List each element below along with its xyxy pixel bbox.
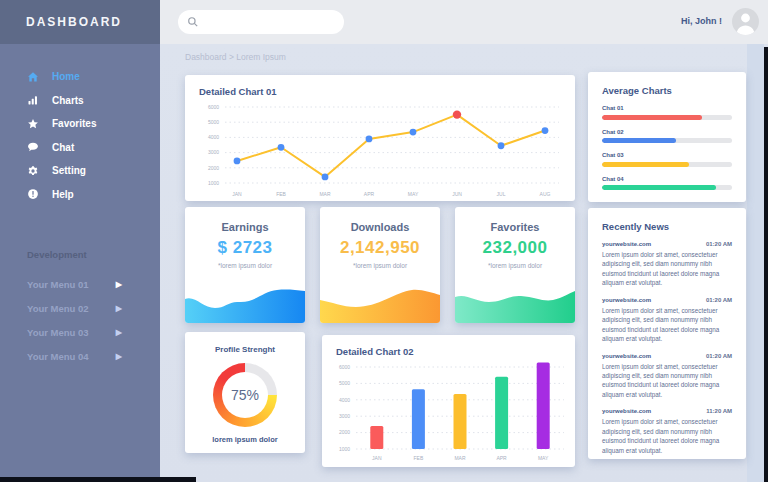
screen-right-edge: [764, 47, 768, 482]
help-icon: [27, 188, 39, 200]
card-title: Detailed Chart 02: [336, 346, 414, 357]
downloads-card: Downloads 2,142,950 *lorem ipsum dolor: [320, 207, 440, 323]
favorites-card: Favorites 232,000 *lorem ipsum dolor: [455, 207, 575, 323]
detailed-chart-02-card: Detailed Chart 02 1000200030004000500060…: [322, 335, 575, 467]
progress-fill: [602, 138, 676, 143]
right-gutter: [747, 44, 764, 482]
progress-row: Chat 04: [602, 176, 732, 191]
stat-title: Earnings: [185, 221, 305, 233]
menu-item-label: Your Menu 03: [27, 327, 89, 338]
progress-row: Chat 03: [602, 152, 732, 167]
svg-text:4000: 4000: [208, 134, 219, 140]
average-charts-card: Average Charts Chat 01 Chat 02 Chat 03 C…: [588, 72, 746, 202]
news-item: yourwebsite.com 01:20 AM Lorem ipsum dol…: [602, 297, 732, 344]
stat-caption: *lorem ipsum dolor: [455, 262, 575, 269]
news-body: Lorem ipsum dolor sit amet, consectetuer…: [602, 250, 732, 288]
search-input[interactable]: [199, 12, 344, 32]
app-title: DASHBOARD: [26, 15, 122, 29]
chevron-right-icon: ▶: [116, 328, 122, 337]
svg-text:MAR: MAR: [454, 455, 466, 461]
news-source-link[interactable]: yourwebsite.com: [602, 353, 651, 359]
gear-icon: [27, 165, 39, 177]
progress-label: Chat 04: [602, 176, 732, 182]
svg-text:5000: 5000: [208, 119, 219, 125]
menu-item-label: Your Menu 01: [27, 279, 89, 290]
svg-text:2000: 2000: [208, 165, 219, 171]
progress-label: Chat 01: [602, 105, 732, 111]
progress-row: Chat 02: [602, 129, 732, 144]
sidebar: DASHBOARD Home Charts Favorites Chat Set…: [0, 0, 160, 477]
sidebar-item-your-menu-03[interactable]: Your Menu 03 ▶: [0, 320, 160, 344]
svg-text:APR: APR: [496, 455, 507, 461]
svg-text:MAR: MAR: [319, 191, 331, 197]
stat-title: Favorites: [455, 221, 575, 233]
star-icon: [27, 118, 39, 130]
progress-fill: [602, 185, 716, 190]
news-source-link[interactable]: yourwebsite.com: [602, 297, 651, 303]
donut-chart: 75%: [213, 363, 277, 427]
news-source-link[interactable]: yourwebsite.com: [602, 408, 651, 414]
menu-item-label: Your Menu 02: [27, 303, 89, 314]
sidebar-item-label: Favorites: [52, 118, 96, 129]
sidebar-item-label: Chat: [52, 142, 74, 153]
sidebar-item-charts[interactable]: Charts: [0, 89, 160, 113]
sidebar-item-your-menu-01[interactable]: Your Menu 01 ▶: [0, 272, 160, 296]
svg-text:5000: 5000: [339, 380, 350, 386]
avatar[interactable]: [732, 8, 759, 35]
area-mini-chart: [320, 285, 440, 323]
news-source-link[interactable]: yourwebsite.com: [602, 241, 651, 247]
sidebar-item-label: Help: [52, 189, 74, 200]
progress-row: Chat 01: [602, 105, 732, 120]
sidebar-item-home[interactable]: Home: [0, 65, 160, 89]
stat-caption: *lorem ipsum dolor: [320, 262, 440, 269]
sidebar-item-help[interactable]: Help: [0, 183, 160, 207]
svg-text:APR: APR: [364, 191, 375, 197]
card-title: Average Charts: [602, 85, 732, 96]
card-title: Profile Strenght: [185, 345, 305, 354]
svg-text:MAY: MAY: [538, 455, 549, 461]
profile-strength-card: Profile Strenght 75% lorem ipsum dolor: [185, 332, 305, 453]
progress-fill: [602, 115, 702, 120]
stat-value: 2,142,950: [320, 238, 440, 258]
svg-text:AUG: AUG: [540, 191, 551, 197]
svg-text:FEB: FEB: [276, 191, 286, 197]
sidebar-item-favorites[interactable]: Favorites: [0, 112, 160, 136]
sidebar-item-label: Charts: [52, 95, 84, 106]
sidebar-item-setting[interactable]: Setting: [0, 159, 160, 183]
chevron-right-icon: ▶: [116, 352, 122, 361]
svg-text:JUL: JUL: [497, 191, 506, 197]
svg-text:6000: 6000: [339, 364, 350, 370]
screen-bottom-edge: [0, 477, 196, 482]
line-chart: 100020003000400050006000JANFEBMARAPRMAYJ…: [191, 99, 569, 199]
recently-news-card: Recently News yourwebsite.com 01:20 AM L…: [588, 208, 746, 459]
area-mini-chart: [185, 285, 305, 323]
topbar: Hi, John !: [160, 0, 768, 44]
news-time: 01:20 AM: [706, 297, 732, 303]
earnings-card: Earnings $ 2723 *lorem ipsum dolor: [185, 207, 305, 323]
sidebar-nav: Home Charts Favorites Chat Setting Help: [0, 65, 160, 206]
svg-text:3000: 3000: [339, 413, 350, 419]
progress-label: Chat 02: [602, 129, 732, 135]
stat-value: $ 2723: [185, 238, 305, 258]
menu-item-label: Your Menu 04: [27, 351, 89, 362]
news-body: Lorem ipsum dolor sit amet, consectetuer…: [602, 306, 732, 344]
svg-text:FEB: FEB: [414, 455, 424, 461]
svg-text:6000: 6000: [208, 104, 219, 110]
news-body: Lorem ipsum dolor sit amet, consectetuer…: [602, 417, 732, 455]
sidebar-item-your-menu-02[interactable]: Your Menu 02 ▶: [0, 296, 160, 320]
sidebar-item-chat[interactable]: Chat: [0, 136, 160, 160]
sidebar-item-your-menu-04[interactable]: Your Menu 04 ▶: [0, 344, 160, 368]
stat-title: Downloads: [320, 221, 440, 233]
svg-text:MAY: MAY: [408, 191, 419, 197]
news-time: 11:20 AM: [706, 408, 732, 414]
development-section-label: Development: [27, 249, 160, 260]
news-time: 01:20 AM: [706, 241, 732, 247]
chevron-right-icon: ▶: [116, 280, 122, 289]
news-item: yourwebsite.com 01:20 AM Lorem ipsum dol…: [602, 353, 732, 400]
progress-track: [602, 138, 732, 143]
user-greeting: Hi, John !: [681, 16, 722, 26]
svg-text:2000: 2000: [339, 429, 350, 435]
search-box[interactable]: [178, 10, 344, 34]
svg-text:4000: 4000: [339, 397, 350, 403]
bar-chart: 100020003000400050006000JANFEBMARAPRMAY: [326, 359, 571, 463]
